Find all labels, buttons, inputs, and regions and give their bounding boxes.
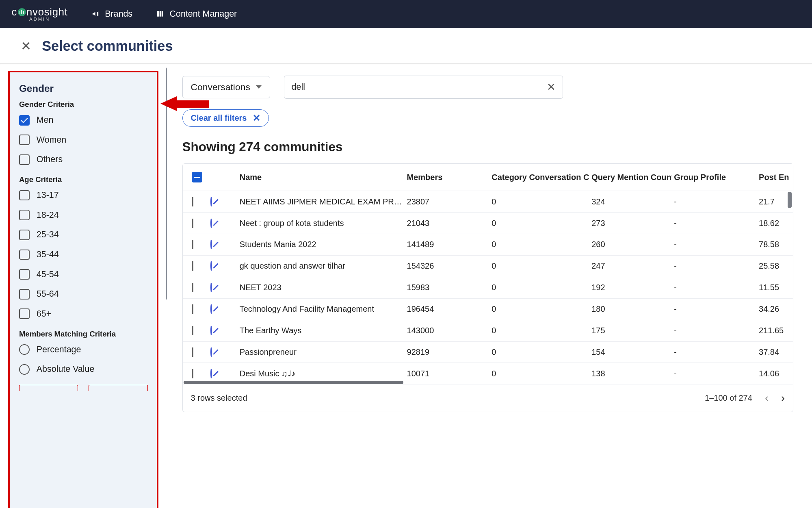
hidden-input-box[interactable] (89, 385, 147, 391)
pager: 1–100 of 274 ‹ › (705, 392, 785, 404)
table-body: NEET AIIMS JIPMER MEDICAL EXAM PREPAR238… (183, 191, 793, 384)
row-category-conv: 0 (489, 347, 589, 357)
nav-brands[interactable]: Brands (91, 9, 132, 19)
row-group-profile: - (672, 219, 757, 228)
row-checkbox[interactable] (183, 326, 208, 335)
row-checkbox[interactable] (183, 261, 208, 271)
filter-matching-absolute[interactable]: Absolute Value (19, 364, 148, 375)
row-checkbox[interactable] (183, 283, 208, 292)
filter-matching-percentage[interactable]: Percentage (19, 344, 148, 355)
row-status-icon-cell[interactable] (208, 261, 237, 271)
table-row[interactable]: The Earthy Ways1430000175-211.65 (183, 320, 793, 341)
row-status-icon-cell[interactable] (208, 347, 237, 357)
row-group-profile: - (672, 283, 757, 292)
th-select-all[interactable] (183, 164, 208, 191)
row-checkbox[interactable] (183, 304, 208, 314)
checkbox-icon (19, 230, 30, 240)
block-icon (210, 283, 212, 292)
row-category-conv: 0 (489, 197, 589, 206)
row-post-en: 34.26 (756, 304, 803, 314)
table-row[interactable]: Technology And Facility Management196454… (183, 298, 793, 320)
row-group-profile: - (672, 261, 757, 271)
filter-gender-men[interactable]: Men (19, 115, 148, 126)
row-name: Technology And Facility Management (237, 304, 405, 314)
table-row[interactable]: Neet : group of kota students210430273-1… (183, 212, 793, 234)
th-members[interactable]: Members (405, 164, 489, 191)
th-category-conv[interactable]: Category Conversation C… (489, 164, 589, 191)
table-row[interactable]: NEET 2023159830192-11.55 (183, 277, 793, 298)
logo[interactable]: cılınvosight ADMIN (12, 6, 68, 22)
row-post-en: 14.06 (756, 369, 803, 378)
table-row[interactable]: gk question and answer tilhar1543260247-… (183, 255, 793, 277)
scrollbar-icon[interactable] (166, 67, 167, 300)
hidden-input-box[interactable] (19, 385, 78, 391)
close-icon[interactable]: ✕ (21, 39, 31, 54)
row-status-icon-cell[interactable] (208, 219, 237, 228)
topbar: cılınvosight ADMIN Brands Content Manage… (0, 0, 812, 28)
logo-dot-icon: ılı (18, 8, 26, 16)
th-post-en[interactable]: Post En (756, 164, 803, 191)
row-checkbox[interactable] (183, 197, 208, 206)
filter-gender-others[interactable]: Others (19, 154, 148, 165)
block-icon (210, 261, 212, 271)
row-post-en: 25.58 (756, 261, 803, 271)
vertical-scrollbar-icon[interactable] (788, 192, 792, 208)
clear-all-filters-button[interactable]: Clear all filters ✕ (182, 109, 269, 127)
svg-rect-2 (162, 11, 163, 17)
search-input[interactable] (292, 82, 547, 92)
filter-age-35-44[interactable]: 35-44 (19, 250, 148, 260)
th-name[interactable]: Name (237, 164, 405, 191)
table-row[interactable]: NEET AIIMS JIPMER MEDICAL EXAM PREPAR238… (183, 191, 793, 212)
row-checkbox[interactable] (183, 369, 208, 378)
filter-age-18-24[interactable]: 18-24 (19, 210, 148, 220)
filter-age-13-17[interactable]: 13-17 (19, 190, 148, 201)
rows-selected-label: 3 rows selected (191, 393, 247, 403)
table-row[interactable]: Students Mania 20221414890260-78.58 (183, 234, 793, 255)
block-icon (210, 326, 212, 335)
checkbox-icon (192, 197, 193, 206)
checkbox-icon (192, 304, 193, 314)
clear-search-icon[interactable]: ✕ (547, 81, 556, 93)
pager-next-button[interactable]: › (781, 392, 785, 404)
filter-age-25-34[interactable]: 25-34 (19, 230, 148, 240)
row-checkbox[interactable] (183, 347, 208, 357)
row-status-icon-cell[interactable] (208, 326, 237, 335)
pager-prev-button[interactable]: ‹ (765, 392, 769, 404)
th-status (208, 164, 237, 191)
row-status-icon-cell[interactable] (208, 369, 237, 378)
th-group-profile[interactable]: Group Profile (672, 164, 757, 191)
nav-brands-label: Brands (105, 9, 132, 19)
row-checkbox[interactable] (183, 240, 208, 249)
filter-age-55-64[interactable]: 55-64 (19, 289, 148, 300)
row-status-icon-cell[interactable] (208, 283, 237, 292)
horizontal-scrollbar-icon[interactable] (184, 381, 403, 384)
filter-age-45-54[interactable]: 45-54 (19, 269, 148, 280)
table-row[interactable]: Passionpreneur928190154-37.84 (183, 341, 793, 363)
radio-icon (19, 344, 30, 355)
row-status-icon-cell[interactable] (208, 304, 237, 314)
search-box[interactable]: ✕ (284, 76, 563, 99)
nav-content-manager-label: Content Manager (170, 9, 237, 19)
filter-option-label: 18-24 (37, 210, 59, 220)
checkbox-icon (192, 369, 193, 378)
row-category-conv: 0 (489, 304, 589, 314)
row-category-conv: 0 (489, 283, 589, 292)
columns-icon (156, 10, 165, 18)
nav-content-manager[interactable]: Content Manager (156, 9, 237, 19)
filter-gender-criteria: Gender Criteria (19, 100, 148, 109)
row-name: The Earthy Ways (237, 326, 405, 335)
row-status-icon-cell[interactable] (208, 197, 237, 206)
row-name: NEET AIIMS JIPMER MEDICAL EXAM PREPAR (237, 197, 405, 206)
row-checkbox[interactable] (183, 219, 208, 228)
block-icon (210, 304, 212, 314)
filter-members-matching: Members Matching Criteria (19, 330, 148, 339)
conversations-dropdown[interactable]: Conversations (182, 76, 271, 98)
row-status-icon-cell[interactable] (208, 240, 237, 249)
th-query-mention[interactable]: Query Mention Count (589, 164, 672, 191)
filter-option-label: Others (37, 154, 63, 165)
filter-gender-women[interactable]: Women (19, 135, 148, 145)
checkbox-icon (192, 347, 193, 357)
checkbox-icon (19, 135, 30, 145)
row-name: gk question and answer tilhar (237, 261, 405, 271)
filter-age-65plus[interactable]: 65+ (19, 308, 148, 319)
